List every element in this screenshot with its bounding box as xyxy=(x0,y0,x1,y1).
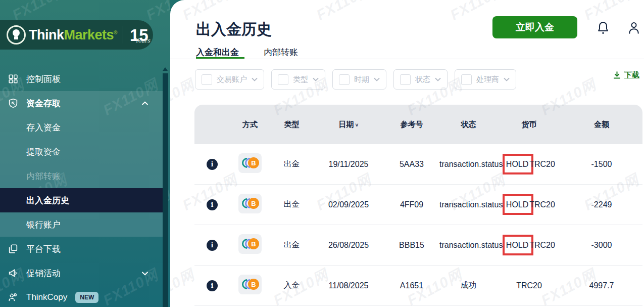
chevron-down-icon xyxy=(504,77,510,81)
cell-currency: TRC20 xyxy=(511,200,574,209)
status-prefix: transaction.status. xyxy=(439,160,505,168)
filter-label: 类型 xyxy=(293,75,308,84)
megaphone-icon xyxy=(7,267,19,279)
table-row: i B 出金 26/08/2025 BBB15 transaction.stat… xyxy=(194,225,642,266)
brand-registered-mark: ® xyxy=(114,30,117,35)
cell-type: 出金 xyxy=(270,240,313,250)
sidebar-item-label: ThinkCopy xyxy=(26,292,67,302)
info-icon[interactable]: i xyxy=(207,159,218,170)
brand-markets: Markets xyxy=(64,27,114,42)
filter-processor[interactable]: 处理商 xyxy=(455,69,516,90)
sidebar-item-dashboard[interactable]: 控制面板 xyxy=(0,67,163,91)
deposit-now-button[interactable]: 立即入金 xyxy=(492,16,577,38)
chevron-down-icon xyxy=(374,77,380,81)
filter-label: 状态 xyxy=(415,75,430,84)
bitcoin-icon: B xyxy=(248,238,259,249)
cell-amount: 4997.7 xyxy=(561,281,642,290)
checkbox[interactable] xyxy=(400,74,411,85)
chevron-down-icon xyxy=(141,268,148,278)
filter-status[interactable]: 状态 xyxy=(393,69,448,90)
cell-date: 11/08/2025 xyxy=(313,281,384,290)
sidebar-item-thinkcopy[interactable]: ThinkCopy NEW xyxy=(0,285,163,307)
checkbox[interactable] xyxy=(202,74,212,85)
watermark-text: FX110网 xyxy=(313,0,375,25)
sort-chevron-icon: ˅ xyxy=(356,122,359,128)
sidebar-scrollbar[interactable] xyxy=(163,73,168,307)
filter-type[interactable]: 类型 xyxy=(271,69,325,90)
profile-icon[interactable] xyxy=(627,21,640,37)
brand-logo: ThinkMarkets® 15Years xyxy=(0,20,153,50)
col-status: 状态 xyxy=(439,120,498,129)
table-row: i B 出金 19/11/2025 5AA33 transaction.stat… xyxy=(194,144,642,185)
brand-divider xyxy=(123,26,123,43)
scrollbar-up-arrow[interactable] xyxy=(163,67,168,71)
people-icon xyxy=(7,291,19,303)
sidebar-item-bank-accounts[interactable]: 银行账户 xyxy=(0,212,163,237)
crypto-method-icon: B xyxy=(238,194,262,213)
sidebar-item-label: 控制面板 xyxy=(26,73,61,85)
tab-internal-transfer[interactable]: 内部转账 xyxy=(264,47,298,58)
checkbox[interactable] xyxy=(278,74,288,85)
notification-bell-icon[interactable] xyxy=(597,21,610,37)
tab-bar: 入金和出金 内部转账 xyxy=(170,47,644,60)
sidebar-item-deposit-funds[interactable]: 存入资金 xyxy=(0,115,163,140)
cell-type: 出金 xyxy=(270,159,313,169)
filter-label: 时期 xyxy=(354,75,369,84)
sidebar-item-label: 银行账户 xyxy=(26,219,61,231)
col-type: 类型 xyxy=(270,120,313,129)
col-date[interactable]: 日期˅ xyxy=(313,120,384,129)
cell-reference: A1651 xyxy=(384,281,439,290)
lightbulb-logo-icon xyxy=(7,25,26,45)
download-link[interactable]: 下载 xyxy=(613,70,639,80)
sidebar-item-label: 促销活动 xyxy=(26,268,61,279)
sidebar-item-promotions[interactable]: 促销活动 xyxy=(0,261,163,285)
chevron-down-icon xyxy=(435,77,441,81)
cell-currency: TRC20 xyxy=(498,281,561,290)
cell-type: 出金 xyxy=(270,199,313,210)
info-icon[interactable]: i xyxy=(207,240,218,251)
page-title: 出入金历史 xyxy=(196,19,272,40)
col-amount: 金额 xyxy=(561,120,642,129)
sidebar-item-withdraw-funds[interactable]: 提取资金 xyxy=(0,140,163,164)
cell-type: 入金 xyxy=(270,280,313,291)
filter-trading-account[interactable]: 交易账户 xyxy=(195,69,264,90)
watermark-text: FX110网 xyxy=(143,0,170,25)
sidebar-item-transaction-history[interactable]: 出入金历史 xyxy=(0,188,163,212)
col-currency: 货币 xyxy=(498,120,561,129)
tab-divider-line xyxy=(170,59,644,59)
sidebar-item-label: 存入资金 xyxy=(26,122,61,134)
table-row: i B 入金 11/08/2025 A1651 成功 TRC20 4997.7 xyxy=(194,266,642,306)
dashboard-icon xyxy=(7,73,19,85)
download-label: 下载 xyxy=(624,70,639,80)
checkbox[interactable] xyxy=(461,74,472,85)
platform-download-icon xyxy=(7,243,19,255)
cell-status: transaction.status.HOLD xyxy=(439,160,498,169)
cell-status: transaction.status.HOLD xyxy=(439,241,498,250)
cell-currency: TRC20 xyxy=(511,160,574,169)
bitcoin-icon: B xyxy=(248,198,259,209)
tab-deposits-withdrawals[interactable]: 入金和出金 xyxy=(196,47,239,58)
cell-date: 19/11/2025 xyxy=(313,160,384,169)
filter-label: 交易账户 xyxy=(217,75,247,84)
sidebar-item-internal-transfer[interactable]: 内部转账 xyxy=(0,164,163,188)
col-reference: 参考号 xyxy=(384,120,439,129)
sidebar-item-funds[interactable]: 资金存取 xyxy=(0,91,163,115)
info-icon[interactable]: i xyxy=(207,280,218,291)
cell-date: 02/09/2025 xyxy=(313,200,384,209)
sidebar-item-platform-download[interactable]: 平台下载 xyxy=(0,237,163,261)
cell-status: 成功 xyxy=(439,280,498,291)
sidebar-item-label: 提取资金 xyxy=(26,146,61,158)
cell-date: 26/08/2025 xyxy=(313,241,384,250)
cell-reference: 5AA33 xyxy=(384,160,439,169)
bitcoin-icon: B xyxy=(248,157,259,168)
crypto-method-icon: B xyxy=(238,153,262,173)
checkbox[interactable] xyxy=(339,74,350,85)
status-prefix: transaction.status. xyxy=(439,200,505,209)
info-icon[interactable]: i xyxy=(207,199,218,210)
filter-period[interactable]: 时期 xyxy=(332,69,386,90)
brand-15-years-logo: 15Years xyxy=(130,27,148,43)
main-panel: FX110网FX110网FX110网FX110网FX110网FX110网FX11… xyxy=(170,0,644,307)
table-row: i B 出金 02/09/2025 4FF09 transaction.stat… xyxy=(194,185,642,225)
brand-years-word: Years xyxy=(135,38,150,43)
sidebar-item-label: 资金存取 xyxy=(26,98,61,109)
